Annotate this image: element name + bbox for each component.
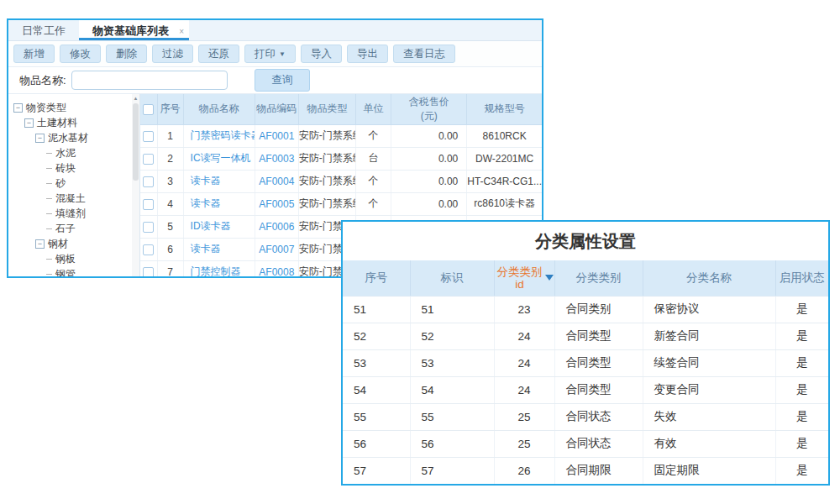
item-name-link[interactable]: 门禁控制器: [191, 265, 241, 276]
scroll-up-icon[interactable]: ▲: [132, 94, 139, 102]
tree-connector-line: [46, 183, 52, 184]
column-header[interactable]: 单位: [356, 94, 391, 124]
tree-node-label[interactable]: 钢管: [55, 266, 76, 276]
modify-button[interactable]: 修改: [60, 45, 101, 64]
column-header[interactable]: 物品名称: [183, 94, 255, 124]
row-checkbox[interactable]: [143, 176, 154, 187]
item-name-input[interactable]: [71, 71, 228, 90]
tree-node-label[interactable]: 物资类型: [26, 100, 66, 115]
item-code-link[interactable]: AF0007: [259, 244, 294, 255]
item-code-link[interactable]: AF0008: [259, 266, 294, 277]
tab-bar: 日常工作 物资基础库列表 ×: [8, 20, 542, 41]
scrollbar-thumb[interactable]: [133, 103, 139, 181]
tree-scrollbar[interactable]: ▲: [132, 94, 139, 276]
tree-node[interactable]: 混凝土: [8, 191, 139, 206]
tab-material-base-list[interactable]: 物资基础库列表 ×: [79, 20, 189, 40]
restore-button[interactable]: 还原: [198, 45, 239, 64]
column-header-no[interactable]: 序号: [343, 260, 410, 296]
cell-no: 51: [343, 296, 410, 323]
cell-category: 合同状态: [554, 403, 643, 430]
tree-node[interactable]: −钢材: [8, 236, 139, 251]
column-header[interactable]: 物品编码: [255, 94, 298, 124]
tree-node[interactable]: 砂: [8, 176, 139, 191]
tree-node[interactable]: 砖块: [8, 160, 139, 176]
item-code-link[interactable]: AF0005: [259, 198, 294, 210]
table-row[interactable]: 515123合同类别保密协议是: [343, 296, 828, 323]
collapse-icon[interactable]: −: [24, 118, 34, 128]
row-checkbox[interactable]: [143, 222, 154, 233]
item-name-link[interactable]: 读卡器: [191, 197, 221, 209]
tree-node-label[interactable]: 砂: [55, 176, 66, 191]
column-header[interactable]: 含税售价(元): [391, 94, 467, 124]
row-checkbox[interactable]: [143, 267, 154, 276]
select-all-checkbox[interactable]: [143, 104, 154, 115]
tree-node-label[interactable]: 钢板: [55, 251, 76, 266]
table-row[interactable]: 555525合同状态失效是: [343, 403, 828, 430]
column-header[interactable]: 物品类型: [298, 94, 355, 124]
tree-node[interactable]: −泥水基材: [8, 130, 139, 145]
column-header-category[interactable]: 分类类别: [554, 260, 643, 296]
row-checkbox[interactable]: [143, 154, 154, 165]
table-row[interactable]: 565625合同状态有效是: [343, 430, 828, 457]
tab-daily-work[interactable]: 日常工作: [8, 20, 79, 40]
tree-node[interactable]: −物资类型: [8, 100, 139, 115]
column-header-enabled[interactable]: 启用状态: [775, 260, 828, 296]
query-button[interactable]: 查询: [255, 69, 310, 92]
table-row[interactable]: 575726合同期限固定期限是: [343, 457, 828, 484]
item-name-link[interactable]: 读卡器: [191, 243, 221, 255]
column-header-category-name[interactable]: 分类名称: [643, 260, 775, 296]
sort-desc-icon[interactable]: [545, 275, 554, 281]
tree-node-label[interactable]: 泥水基材: [48, 130, 88, 145]
collapse-icon[interactable]: −: [13, 103, 23, 113]
cell-category-id: 24: [494, 323, 554, 349]
delete-button[interactable]: 删除: [106, 45, 147, 64]
column-header-tag[interactable]: 标识: [410, 260, 494, 296]
view-log-button[interactable]: 查看日志: [393, 45, 455, 64]
close-icon[interactable]: ×: [179, 21, 184, 42]
tree-node[interactable]: 填缝剂: [8, 206, 139, 221]
item-name-link[interactable]: ID读卡器: [191, 220, 231, 232]
table-row[interactable]: 1门禁密码读卡器AF0001安防-门禁系统个0.008610RCK: [140, 124, 542, 147]
collapse-icon[interactable]: −: [35, 239, 45, 249]
column-label: 分类类别id: [496, 265, 544, 291]
tree-node[interactable]: 水泥: [8, 145, 139, 160]
tree-node-label[interactable]: 混凝土: [55, 191, 86, 206]
tree-node-label[interactable]: 石子: [55, 221, 76, 236]
tree-node[interactable]: 钢板: [8, 251, 139, 266]
tree-node-label[interactable]: 砖块: [55, 160, 76, 176]
table-row[interactable]: 2IC读写一体机AF0003安防-门禁系统台0.00DW-2201MC: [140, 147, 542, 170]
row-checkbox[interactable]: [143, 131, 154, 142]
column-header-category-id[interactable]: 分类类别id: [494, 260, 554, 296]
item-name-link[interactable]: 门禁密码读卡器: [191, 129, 255, 141]
column-header[interactable]: 规格型号: [467, 94, 542, 124]
table-row[interactable]: 4读卡器AF0005安防-门禁系统个0.00rc8610读卡器: [140, 192, 542, 215]
print-button[interactable]: 打印▼: [244, 45, 296, 64]
tree-node[interactable]: 石子: [8, 221, 139, 236]
table-row[interactable]: 535324合同类型续签合同是: [343, 349, 828, 376]
item-code-link[interactable]: AF0004: [259, 176, 294, 187]
tree-node-label[interactable]: 钢材: [48, 236, 68, 251]
row-checkbox[interactable]: [143, 199, 154, 210]
column-header[interactable]: 序号: [157, 94, 183, 124]
filter-button[interactable]: 过滤: [152, 45, 193, 64]
tree-node-label[interactable]: 填缝剂: [55, 206, 86, 221]
item-name-link[interactable]: 读卡器: [191, 175, 221, 186]
column-label: 分类类别: [576, 271, 622, 284]
add-button[interactable]: 新增: [13, 45, 55, 64]
collapse-icon[interactable]: −: [35, 134, 45, 143]
table-row[interactable]: 3读卡器AF0004安防-门禁系统个0.00HT-C34R-CG1...: [140, 170, 542, 192]
item-code-link[interactable]: AF0006: [259, 221, 294, 233]
import-button[interactable]: 导入: [301, 45, 342, 64]
tree-node[interactable]: 钢管: [8, 266, 139, 276]
item-code-link[interactable]: AF0003: [259, 153, 294, 165]
export-button[interactable]: 导出: [347, 45, 388, 64]
item-name-link[interactable]: IC读写一体机: [191, 152, 251, 164]
table-row[interactable]: 525224合同类型新签合同是: [343, 323, 828, 349]
tree-node-label[interactable]: 水泥: [55, 145, 76, 160]
table-row[interactable]: 545424合同类型变更合同是: [343, 376, 828, 403]
tree-node-label[interactable]: 土建材料: [37, 115, 77, 130]
tree-node[interactable]: −土建材料: [8, 115, 139, 130]
item-code-link[interactable]: AF0001: [259, 130, 294, 142]
row-checkbox[interactable]: [143, 244, 154, 255]
cell-category-name: 失效: [643, 403, 775, 430]
